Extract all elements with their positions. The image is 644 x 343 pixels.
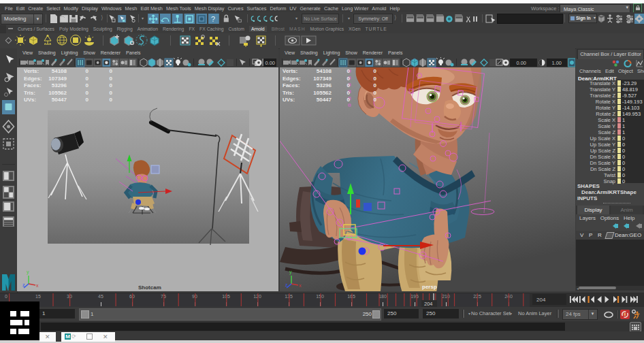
svg-text:z: z <box>22 282 25 287</box>
svg-text:204: 204 <box>424 301 433 307</box>
svg-text:Verts:: Verts: <box>24 68 39 74</box>
svg-text:210: 210 <box>442 294 450 299</box>
svg-text:0: 0 <box>347 82 351 88</box>
svg-text:0: 0 <box>110 90 113 96</box>
svg-text:0: 0 <box>86 68 89 74</box>
svg-text:0: 0 <box>347 90 351 96</box>
svg-text:Edges:: Edges: <box>283 76 301 82</box>
svg-text:15: 15 <box>35 294 41 299</box>
svg-text:0: 0 <box>110 82 113 88</box>
svg-text:x: x <box>36 283 39 288</box>
svg-text:0: 0 <box>86 82 89 88</box>
svg-text:0: 0 <box>374 76 377 82</box>
svg-text:Tris:: Tris: <box>283 90 294 96</box>
svg-text:x: x <box>299 283 302 288</box>
svg-text:Faces:: Faces: <box>283 82 300 88</box>
svg-text:0: 0 <box>374 90 377 96</box>
svg-text:?: ? <box>211 15 215 23</box>
svg-text:Verts:: Verts: <box>283 68 297 74</box>
svg-text:Faces:: Faces: <box>24 82 41 88</box>
svg-text:Shotcam: Shotcam <box>138 284 161 291</box>
svg-text:z: z <box>285 282 288 287</box>
svg-text:0: 0 <box>110 76 113 82</box>
svg-text:180: 180 <box>379 294 387 299</box>
svg-text:0.00: 0.00 <box>516 60 526 66</box>
svg-text:0: 0 <box>86 76 89 82</box>
svg-text:Edges:: Edges: <box>24 76 42 82</box>
svg-text:45: 45 <box>98 294 103 299</box>
svg-text:y: y <box>289 270 292 275</box>
svg-text:0.00: 0.00 <box>265 60 275 66</box>
svg-text:UVs:: UVs: <box>283 97 295 103</box>
svg-text:150: 150 <box>316 294 324 299</box>
svg-text:0: 0 <box>347 97 351 103</box>
svg-text:105562: 105562 <box>48 90 67 96</box>
svg-text:53296: 53296 <box>52 82 67 88</box>
svg-text:0: 0 <box>374 82 377 88</box>
svg-text:0: 0 <box>374 97 377 103</box>
svg-text:50447: 50447 <box>52 97 67 103</box>
svg-text:105562: 105562 <box>313 90 332 96</box>
svg-text:0: 0 <box>110 97 113 103</box>
svg-text:53296: 53296 <box>317 82 332 88</box>
svg-text:54108: 54108 <box>317 68 332 74</box>
svg-text:120: 120 <box>253 294 261 299</box>
svg-text:135: 135 <box>285 294 293 299</box>
svg-text:UVs:: UVs: <box>24 97 36 103</box>
svg-text:50447: 50447 <box>317 97 332 103</box>
svg-text:107349: 107349 <box>313 76 332 82</box>
svg-text:0: 0 <box>347 68 351 74</box>
svg-text:165: 165 <box>347 294 355 299</box>
svg-text:204: 204 <box>536 297 546 303</box>
svg-text:0: 0 <box>86 97 89 103</box>
svg-text:75: 75 <box>161 294 166 299</box>
svg-text:0: 0 <box>5 294 7 299</box>
svg-text:107349: 107349 <box>48 76 67 82</box>
svg-text:60: 60 <box>129 294 135 299</box>
svg-text:105: 105 <box>222 294 230 299</box>
svg-text:195: 195 <box>410 294 419 299</box>
svg-text:0: 0 <box>86 90 89 96</box>
svg-text:54108: 54108 <box>52 68 67 74</box>
svg-text:0: 0 <box>110 68 113 74</box>
svg-text:Tris:: Tris: <box>24 90 35 96</box>
svg-text:1.00: 1.00 <box>551 60 562 66</box>
svg-text:y: y <box>27 270 29 275</box>
svg-text:0: 0 <box>347 76 351 82</box>
svg-text:0: 0 <box>374 68 377 74</box>
svg-text:90: 90 <box>192 294 197 299</box>
svg-text:persp: persp <box>422 284 437 290</box>
